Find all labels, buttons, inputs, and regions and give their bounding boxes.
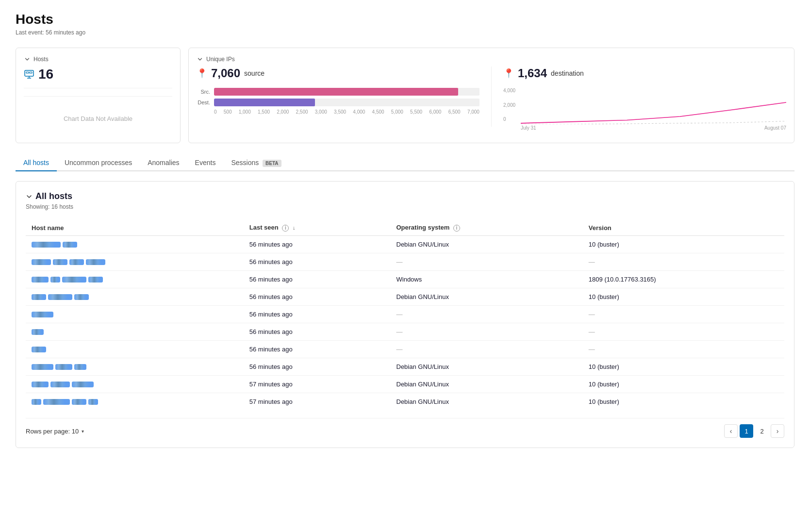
src-bar-bg <box>214 88 479 96</box>
ips-card-header: Unique IPs <box>197 56 786 63</box>
lastseen-info-icon[interactable]: i <box>282 225 289 232</box>
ips-source-section: 📍 7,060 source Src. Dest. <box>197 66 479 127</box>
hostname-content <box>32 294 238 300</box>
next-page-button[interactable]: › <box>771 424 784 438</box>
col-lastseen[interactable]: Last seen i ↓ <box>244 220 391 236</box>
page-2-button[interactable]: 2 <box>755 424 769 438</box>
table-row[interactable]: 57 minutes agoDebian GNU/Linux10 (buster… <box>26 393 784 411</box>
hostname-cell[interactable] <box>26 271 244 288</box>
all-hosts-table-card: All hosts Showing: 16 hosts Host name La… <box>16 181 794 448</box>
table-row[interactable]: 56 minutes agoDebian GNU/Linux10 (buster… <box>26 236 784 253</box>
pin-icon-src: 📍 <box>197 68 207 79</box>
table-row[interactable]: 56 minutes ago—— <box>26 253 784 271</box>
svg-rect-2 <box>30 72 32 73</box>
rows-per-page-label: Rows per page: 10 <box>26 428 79 435</box>
table-showing: Showing: 16 hosts <box>26 203 784 210</box>
destination-stat-value: 📍 1,634 destination <box>503 66 786 80</box>
last-seen-cell: 57 minutes ago <box>244 376 391 393</box>
sessions-beta-badge: BETA <box>263 160 281 167</box>
hosts-count-value: 16 <box>38 66 53 82</box>
dst-bar-bg <box>214 99 479 106</box>
table-row[interactable]: 57 minutes agoDebian GNU/Linux10 (buster… <box>26 376 784 393</box>
version-cell: 10 (buster) <box>583 288 784 306</box>
hosts-card-label: Hosts <box>33 56 49 63</box>
hostname-cell[interactable] <box>26 376 244 393</box>
hostname-content <box>32 242 238 248</box>
version-cell: — <box>583 306 784 323</box>
table-row[interactable]: 56 minutes ago—— <box>26 306 784 323</box>
table-row[interactable]: 56 minutes agoDebian GNU/Linux10 (buster… <box>26 288 784 306</box>
all-hosts-section-title: All hosts <box>26 191 784 201</box>
version-cell: — <box>583 323 784 341</box>
os-cell: Debian GNU/Linux <box>391 358 583 376</box>
hosts-count: 16 <box>24 66 172 82</box>
tab-uncommon-processes[interactable]: Uncommon processes <box>57 155 140 171</box>
version-cell: — <box>583 341 784 358</box>
page-1-button[interactable]: 1 <box>740 424 753 438</box>
line-chart-svg <box>521 88 786 124</box>
col-os: Operating system i <box>391 220 583 236</box>
rows-per-page[interactable]: Rows per page: 10 ▾ <box>26 428 84 435</box>
tabs-bar: All hosts Uncommon processes Anomalies E… <box>16 155 794 171</box>
hostname-cell[interactable] <box>26 288 244 306</box>
table-row[interactable]: 56 minutes ago—— <box>26 341 784 358</box>
page-subtitle: Last event: 56 minutes ago <box>16 29 794 36</box>
os-cell: Debian GNU/Linux <box>391 376 583 393</box>
version-cell: 1809 (10.0.17763.3165) <box>583 271 784 288</box>
table-row[interactable]: 56 minutes agoDebian GNU/Linux10 (buster… <box>26 358 784 376</box>
stats-row: Hosts 16 Chart Data Not Available <box>16 48 794 143</box>
hostname-cell[interactable] <box>26 306 244 323</box>
tab-anomalies[interactable]: Anomalies <box>140 155 187 171</box>
hosts-chart-placeholder: Chart Data Not Available <box>24 96 172 135</box>
hostname-cell[interactable] <box>26 358 244 376</box>
hostname-cell[interactable] <box>26 253 244 271</box>
hosts-table: Host name Last seen i ↓ Operating system… <box>26 220 784 410</box>
tab-all-hosts[interactable]: All hosts <box>16 155 57 171</box>
last-seen-cell: 56 minutes ago <box>244 271 391 288</box>
source-value: 7,060 <box>211 66 240 80</box>
bar-chart: Src. Dest. 05001,0001,5002 <box>197 88 479 115</box>
hostname-content <box>32 364 238 370</box>
ips-card-inner: 📍 7,060 source Src. Dest. <box>197 66 786 127</box>
hosts-stat-card: Hosts 16 Chart Data Not Available <box>16 48 181 143</box>
last-seen-cell: 56 minutes ago <box>244 323 391 341</box>
os-cell: Debian GNU/Linux <box>391 288 583 306</box>
hostname-content <box>32 329 238 335</box>
last-seen-cell: 56 minutes ago <box>244 236 391 253</box>
os-cell: — <box>391 253 583 271</box>
col-hostname: Host name <box>26 220 244 236</box>
x-label-aug07: August 07 <box>764 125 786 131</box>
hostname-cell[interactable] <box>26 341 244 358</box>
last-seen-cell: 56 minutes ago <box>244 253 391 271</box>
bar-axis: 05001,0001,5002,0002,5003,0003,5004,0004… <box>197 109 479 115</box>
os-info-icon[interactable]: i <box>453 225 460 232</box>
hosts-icon <box>24 69 34 80</box>
src-label: Src. <box>197 89 210 95</box>
table-row[interactable]: 56 minutes agoWindows1809 (10.0.17763.31… <box>26 271 784 288</box>
hostname-cell[interactable] <box>26 236 244 253</box>
hostname-content <box>32 312 238 317</box>
rows-per-page-chevron: ▾ <box>82 429 84 434</box>
src-bar-fill <box>214 88 458 96</box>
ips-card-label: Unique IPs <box>206 56 235 63</box>
pagination: Rows per page: 10 ▾ ‹ 1 2 › <box>26 418 784 438</box>
hostname-cell[interactable] <box>26 323 244 341</box>
version-cell: 10 (buster) <box>583 358 784 376</box>
prev-page-button[interactable]: ‹ <box>724 424 738 438</box>
tab-sessions[interactable]: Sessions BETA <box>223 155 289 171</box>
last-seen-cell: 56 minutes ago <box>244 288 391 306</box>
chevron-down-icon <box>24 56 31 63</box>
version-cell: 10 (buster) <box>583 393 784 411</box>
os-cell: Debian GNU/Linux <box>391 393 583 411</box>
unique-ips-stat-card: Unique IPs 📍 7,060 source Src. <box>188 48 794 143</box>
destination-value: 1,634 <box>518 66 547 80</box>
hostname-cell[interactable] <box>26 393 244 411</box>
version-cell: — <box>583 253 784 271</box>
src-bar-row: Src. <box>197 88 479 96</box>
svg-rect-1 <box>26 72 29 73</box>
last-seen-cell: 56 minutes ago <box>244 341 391 358</box>
table-row[interactable]: 56 minutes ago—— <box>26 323 784 341</box>
destination-label: destination <box>551 69 584 77</box>
tab-events[interactable]: Events <box>187 155 224 171</box>
source-stat-value: 📍 7,060 source <box>197 66 479 80</box>
